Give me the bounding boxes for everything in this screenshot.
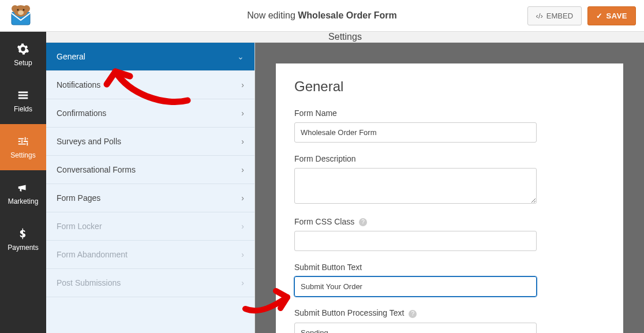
form-name-input[interactable]	[294, 122, 537, 143]
side-item-general[interactable]: General ⌄	[46, 43, 254, 71]
side-item-label: Confirmations	[57, 108, 106, 118]
chevron-right-icon: ›	[241, 193, 244, 203]
nav-fields[interactable]: Fields	[0, 78, 46, 124]
form-desc-label: Form Description	[294, 154, 605, 163]
list-icon	[17, 89, 29, 102]
panel-heading: General	[294, 78, 605, 95]
content-header: Settings	[46, 32, 644, 43]
svg-point-6	[18, 10, 24, 15]
form-css-input[interactable]	[294, 231, 537, 251]
content: Settings General ⌄ Notifications › Confi…	[46, 32, 644, 333]
svg-rect-9	[18, 98, 28, 99]
form-css-label: Form CSS Class ?	[294, 217, 605, 226]
megaphone-icon	[17, 181, 29, 194]
chevron-right-icon: ›	[241, 250, 244, 259]
side-item-label: Form Locker	[57, 222, 102, 231]
field-submit-text: Submit Button Text	[294, 263, 605, 297]
field-submit-processing: Submit Button Processing Text ?	[294, 308, 605, 333]
chevron-right-icon: ›	[241, 278, 244, 287]
nav-settings[interactable]: Settings	[0, 124, 46, 170]
form-name-label: Form Name	[294, 108, 605, 118]
nav-payments[interactable]: Payments	[0, 216, 46, 263]
chevron-right-icon: ›	[241, 165, 244, 174]
help-icon[interactable]: ?	[409, 310, 417, 318]
svg-point-5	[23, 9, 25, 11]
field-form-name: Form Name	[294, 108, 605, 143]
top-actions: ‹/› EMBED ✓ SAVE	[527, 6, 636, 25]
submit-text-input[interactable]	[294, 276, 537, 297]
side-item-label: Post Submissions	[57, 278, 121, 287]
chevron-down-icon: ⌄	[237, 52, 244, 61]
nav-settings-label: Settings	[10, 151, 35, 159]
panel-wrap: General Form Name Form Description Form …	[255, 43, 644, 333]
field-form-description: Form Description	[294, 154, 605, 205]
nav-setup[interactable]: Setup	[0, 32, 46, 78]
nav-marketing[interactable]: Marketing	[0, 170, 46, 216]
save-button[interactable]: ✓ SAVE	[587, 6, 636, 25]
code-icon: ‹/›	[536, 12, 543, 20]
nav-setup-label: Setup	[14, 59, 32, 67]
submit-text-label: Submit Button Text	[294, 263, 605, 272]
main-layout: Setup Fields Settings Marketing Payments…	[0, 32, 644, 333]
editing-title: Now editing Wholesale Order Form	[247, 10, 397, 21]
side-item-confirmations[interactable]: Confirmations ›	[46, 99, 254, 128]
gear-icon	[17, 43, 29, 55]
chevron-right-icon: ›	[241, 137, 244, 146]
content-body: General ⌄ Notifications › Confirmations …	[46, 43, 644, 333]
chevron-right-icon: ›	[241, 222, 244, 231]
svg-point-4	[17, 9, 19, 11]
app-logo	[8, 3, 33, 28]
side-item-label: General	[57, 52, 85, 61]
side-item-label: Notifications	[57, 80, 100, 89]
nav-payments-label: Payments	[8, 244, 38, 252]
settings-side-menu: General ⌄ Notifications › Confirmations …	[46, 43, 255, 333]
side-item-conversational[interactable]: Conversational Forms ›	[46, 156, 254, 184]
side-item-label: Form Abandonment	[57, 250, 128, 259]
save-label: SAVE	[606, 12, 627, 20]
nav-fields-label: Fields	[14, 105, 32, 113]
form-css-label-text: Form CSS Class	[294, 217, 354, 226]
side-item-label: Conversational Forms	[57, 165, 136, 174]
sliders-icon	[17, 135, 29, 148]
side-item-label: Form Pages	[57, 193, 100, 203]
editing-prefix: Now editing	[247, 10, 298, 20]
form-desc-textarea[interactable]	[294, 168, 537, 204]
chevron-right-icon: ›	[241, 80, 244, 89]
dollar-icon	[17, 227, 29, 240]
side-item-form-pages[interactable]: Form Pages ›	[46, 184, 254, 212]
side-item-post-submissions[interactable]: Post Submissions ›	[46, 269, 254, 297]
general-panel: General Form Name Form Description Form …	[276, 63, 623, 333]
embed-label: EMBED	[546, 12, 573, 20]
embed-button[interactable]: ‹/› EMBED	[527, 6, 582, 25]
chevron-right-icon: ›	[241, 108, 244, 118]
submit-processing-input[interactable]	[294, 323, 537, 333]
side-item-surveys[interactable]: Surveys and Polls ›	[46, 128, 254, 156]
left-nav: Setup Fields Settings Marketing Payments	[0, 32, 46, 333]
submit-processing-label: Submit Button Processing Text ?	[294, 308, 605, 317]
svg-rect-8	[18, 95, 28, 96]
side-item-form-locker[interactable]: Form Locker ›	[46, 212, 254, 241]
side-item-form-abandonment[interactable]: Form Abandonment ›	[46, 241, 254, 269]
submit-processing-label-text: Submit Button Processing Text	[294, 308, 404, 317]
check-icon: ✓	[596, 12, 603, 20]
help-icon[interactable]: ?	[359, 218, 367, 226]
side-item-label: Surveys and Polls	[57, 137, 121, 146]
editing-form-name: Wholesale Order Form	[298, 10, 397, 20]
side-item-notifications[interactable]: Notifications ›	[46, 71, 254, 99]
nav-marketing-label: Marketing	[8, 197, 39, 205]
svg-rect-7	[18, 92, 28, 93]
top-bar: Now editing Wholesale Order Form ‹/› EMB…	[0, 0, 644, 32]
field-form-css: Form CSS Class ?	[294, 217, 605, 251]
